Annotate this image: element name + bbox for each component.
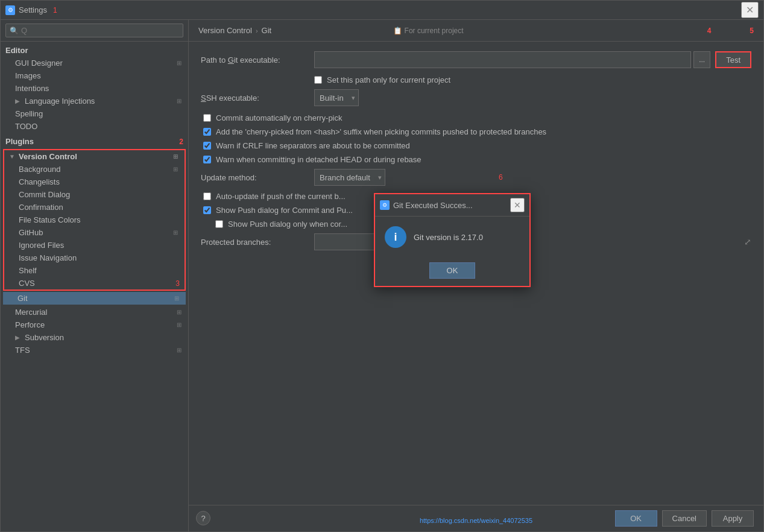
modal-info-icon: i (385, 226, 406, 248)
sidebar-item-gui-designer[interactable]: GUI Designer ⊞ (1, 57, 188, 69)
show-push-only-checkbox[interactable] (215, 220, 223, 228)
sidebar-item-spelling[interactable]: Spelling (1, 107, 188, 120)
breadcrumb-git: Git (262, 26, 272, 35)
sidebar-tree: Editor GUI Designer ⊞ Images Intentions … (1, 42, 188, 531)
modal-body: i Git version is 2.17.0 (375, 217, 529, 258)
language-injections-label: Language Injections (25, 97, 175, 106)
sidebar-item-changelists[interactable]: Changelists (4, 176, 185, 188)
subversion-arrow: ▶ (15, 334, 25, 341)
mercurial-label: Mercurial (15, 308, 175, 317)
sidebar-item-todo[interactable]: TODO (1, 120, 188, 133)
apply-button[interactable]: Apply (712, 510, 754, 527)
browse-button[interactable]: ... (693, 51, 710, 68)
modal-close-button[interactable]: ✕ (510, 198, 525, 212)
search-input[interactable] (21, 26, 179, 35)
title-bar: ⚙ Settings 1 ✕ (1, 1, 763, 20)
sidebar-item-ignored-files[interactable]: Ignored Files (4, 239, 185, 252)
sidebar-section-editor[interactable]: Editor (1, 44, 188, 57)
git-path-input[interactable]: D:\Git\bin\git.exe (314, 51, 691, 68)
add-suffix-label: Add the 'cherry-picked from <hash>' suff… (216, 127, 546, 136)
expand-icon[interactable]: ⤢ (744, 237, 751, 247)
warn-detached-row: Warn when committing in detached HEAD or… (201, 155, 751, 164)
cvs-label: CVS (19, 279, 173, 288)
update-method-label: Update method: (201, 173, 309, 182)
ok-button[interactable]: OK (615, 510, 657, 527)
annotation-6: 6 (499, 173, 503, 182)
ssh-row: SSH executable: Built-in Native (201, 89, 751, 106)
update-method-select[interactable]: Branch default Merge Rebase (314, 169, 385, 186)
warn-detached-checkbox[interactable] (203, 156, 211, 163)
sidebar-item-background[interactable]: Background ⊞ (4, 163, 185, 176)
annotation-2: 2 (179, 138, 183, 146)
github-label: GitHub (19, 228, 171, 237)
sidebar-item-perforce[interactable]: Perforce ⊞ (1, 318, 188, 331)
set-path-only-row: Set this path only for current project (201, 75, 751, 84)
show-push-only-label: Show Push dialog only when cor... (228, 220, 347, 229)
for-project-label: For current project (405, 27, 464, 35)
sidebar-item-tfs[interactable]: TFS ⊞ (1, 344, 188, 356)
set-path-checkbox[interactable] (314, 76, 322, 84)
warn-crlf-label: Warn if CRLF line separators are about t… (216, 141, 410, 150)
sidebar-item-mercurial[interactable]: Mercurial ⊞ (1, 306, 188, 318)
sidebar-item-images[interactable]: Images (1, 69, 188, 82)
commit-cherry-pick-checkbox[interactable] (203, 114, 211, 122)
ssh-select[interactable]: Built-in Native (314, 89, 359, 106)
confirmation-label: Confirmation (19, 203, 180, 212)
sidebar-item-shelf[interactable]: Shelf (4, 264, 185, 277)
sidebar-item-file-status-colors[interactable]: File Status Colors (4, 214, 185, 226)
arrow-icon: ▶ (15, 98, 25, 104)
ssh-select-wrapper[interactable]: Built-in Native (314, 89, 359, 106)
breadcrumb-vc: Version Control (198, 26, 252, 35)
perforce-copy-icon: ⊞ (175, 321, 183, 329)
images-label: Images (15, 71, 183, 80)
sidebar-item-language-injections[interactable]: ▶ Language Injections ⊞ (1, 95, 188, 107)
editor-section-label: Editor (5, 46, 183, 55)
test-button[interactable]: Test (715, 51, 751, 68)
annotation-3: 3 (175, 279, 180, 288)
ssh-label: SSH executable: (201, 93, 309, 103)
git-copy-icon: ⊞ (172, 294, 181, 303)
add-suffix-row: Add the 'cherry-picked from <hash>' suff… (201, 127, 751, 136)
shelf-label: Shelf (19, 266, 180, 275)
warn-detached-label: Warn when committing in detached HEAD or… (216, 155, 421, 164)
sidebar-item-issue-navigation[interactable]: Issue Navigation (4, 252, 185, 264)
close-button[interactable]: ✕ (741, 2, 759, 18)
window-title: Settings (19, 5, 47, 14)
show-push-checkbox[interactable] (203, 206, 211, 214)
sidebar-item-cvs[interactable]: CVS 3 (4, 277, 185, 290)
modal-ok-button[interactable]: OK (429, 262, 476, 279)
auto-update-checkbox[interactable] (203, 192, 211, 200)
help-button[interactable]: ? (196, 511, 210, 525)
sidebar-item-confirmation[interactable]: Confirmation (4, 201, 185, 214)
tfs-label: TFS (15, 346, 175, 355)
path-label: Path to Git executable: (201, 55, 309, 65)
issue-navigation-label: Issue Navigation (19, 253, 180, 262)
auto-update-label: Auto-update if push of the current b... (216, 192, 346, 201)
git-success-dialog: ⚙ Git Executed Succes... ✕ i Git version… (374, 193, 531, 287)
sidebar: 🔍 Editor GUI Designer ⊞ Images Intention… (1, 20, 189, 531)
sidebar-section-plugins[interactable]: Plugins 2 (1, 135, 188, 148)
update-method-wrapper[interactable]: Branch default Merge Rebase (314, 169, 385, 186)
bottom-link: https://blog.csdn.net/weixin_44072535 (420, 517, 532, 524)
sidebar-item-github[interactable]: GitHub ⊞ (4, 226, 185, 239)
search-wrapper[interactable]: 🔍 (5, 24, 183, 37)
cancel-button[interactable]: Cancel (662, 510, 707, 527)
breadcrumb: Version Control › Git 📋 For current proj… (189, 20, 763, 42)
modal-footer: OK (375, 258, 529, 286)
warn-crlf-row: Warn if CRLF line separators are about t… (201, 141, 751, 150)
annotation-5: 5 (750, 27, 754, 35)
add-suffix-checkbox[interactable] (203, 128, 211, 136)
spelling-label: Spelling (15, 109, 183, 118)
sidebar-item-git[interactable]: Git ⊞ (3, 292, 186, 305)
vc-section-label: Version Control (19, 152, 171, 161)
sidebar-section-vc[interactable]: ▼ Version Control ⊞ (4, 150, 185, 163)
sidebar-item-subversion[interactable]: ▶ Subversion (1, 331, 188, 344)
warn-crlf-checkbox[interactable] (203, 142, 211, 150)
set-path-label: Set this path only for current project (327, 75, 450, 84)
modal-title-bar: ⚙ Git Executed Succes... ✕ (375, 194, 529, 217)
sidebar-item-intentions[interactable]: Intentions (1, 82, 188, 95)
protected-branches-label: Protected branches: (201, 238, 309, 247)
path-input-wrapper: D:\Git\bin\git.exe ... (314, 51, 710, 68)
sidebar-item-commit-dialog[interactable]: Commit Dialog (4, 188, 185, 201)
modal-title-icon: ⚙ (380, 200, 390, 210)
